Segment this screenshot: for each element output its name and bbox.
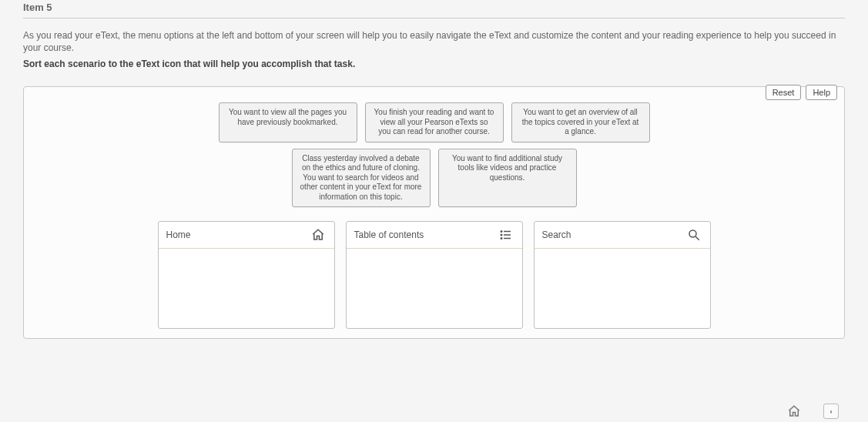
list-icon (498, 226, 514, 243)
scenario-card[interactable]: You want to get an overview of all the t… (511, 102, 650, 142)
intro-text: As you read your eText, the menu options… (23, 29, 845, 54)
home-icon (310, 226, 327, 243)
svg-point-0 (501, 231, 502, 233)
svg-point-4 (501, 238, 502, 239)
item-header: Item 5 (23, 0, 845, 18)
scenario-card[interactable]: You want to find additional study tools … (438, 149, 577, 208)
scenario-card[interactable]: You want to view all the pages you have … (219, 102, 357, 142)
drop-zone-label: Search (542, 229, 685, 240)
scenario-card[interactable]: Class yesterday involved a debate on the… (292, 149, 431, 208)
drop-zone-label: Table of contents (354, 229, 498, 240)
drop-zone-toc[interactable]: Table of contents (346, 221, 523, 329)
footer-info-button[interactable] (823, 404, 839, 419)
footer-home-icon[interactable] (786, 404, 802, 419)
reset-button[interactable]: Reset (766, 85, 802, 100)
search-icon (685, 226, 702, 243)
drop-zone-home[interactable]: Home (158, 221, 335, 329)
instruction-text: Sort each scenario to the eText icon tha… (23, 59, 845, 69)
svg-point-2 (501, 235, 502, 236)
drop-zone-label: Home (166, 229, 310, 240)
sort-activity: You want to view all the pages you have … (23, 86, 845, 339)
scenario-card[interactable]: You finish your reading and want to view… (365, 102, 504, 142)
svg-line-7 (695, 237, 699, 241)
help-button[interactable]: Help (806, 85, 837, 100)
cards-area: You want to view all the pages you have … (33, 96, 835, 210)
drop-zone-search[interactable]: Search (534, 221, 711, 329)
svg-point-6 (689, 230, 696, 237)
